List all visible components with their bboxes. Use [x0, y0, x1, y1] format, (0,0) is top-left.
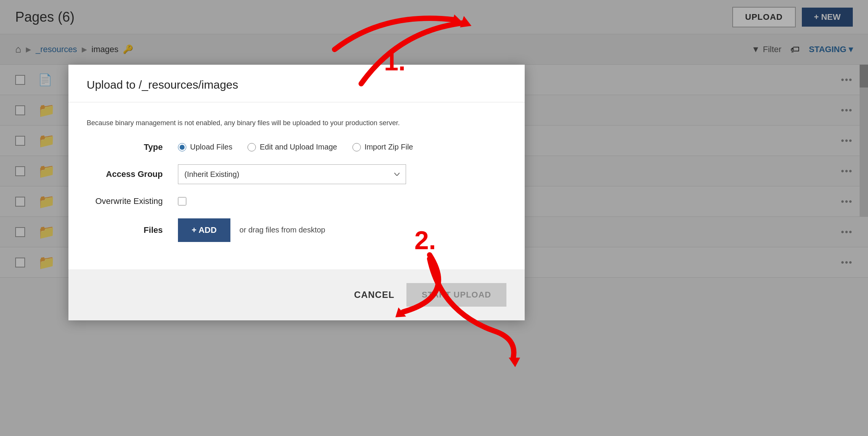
access-group-row: Access Group (Inherit Existing) — [87, 164, 506, 184]
overwrite-label: Overwrite Existing — [87, 196, 163, 206]
access-group-select[interactable]: (Inherit Existing) — [178, 164, 406, 184]
type-row: Type Upload Files Edit and Upload Image … — [87, 142, 506, 152]
drag-text: or drag files from desktop — [240, 226, 325, 234]
modal-header: Upload to /_resources/images — [68, 65, 525, 102]
radio-upload-files-input[interactable] — [178, 143, 186, 151]
files-label: Files — [87, 225, 163, 235]
add-files-button[interactable]: + ADD — [178, 218, 230, 242]
radio-import-zip-label: Import Zip File — [365, 143, 413, 151]
modal-body: Because binary management is not enabled… — [68, 102, 525, 269]
access-group-label: Access Group — [87, 169, 163, 179]
radio-upload-files[interactable]: Upload Files — [178, 143, 232, 151]
info-text: Because binary management is not enabled… — [87, 118, 506, 129]
files-row: Files + ADD or drag files from desktop — [87, 218, 506, 242]
start-upload-button: START UPLOAD — [406, 283, 506, 307]
radio-import-zip[interactable]: Import Zip File — [352, 143, 413, 151]
upload-modal: Upload to /_resources/images Because bin… — [68, 65, 525, 320]
overwrite-checkbox[interactable] — [178, 197, 186, 205]
radio-import-zip-input[interactable] — [352, 143, 361, 151]
radio-edit-upload-label: Edit and Upload Image — [260, 143, 337, 151]
cancel-button[interactable]: CANCEL — [354, 290, 394, 300]
radio-upload-files-label: Upload Files — [190, 143, 232, 151]
radio-edit-upload[interactable]: Edit and Upload Image — [248, 143, 337, 151]
overwrite-row: Overwrite Existing — [87, 196, 506, 206]
modal-footer: CANCEL START UPLOAD — [68, 269, 525, 320]
radio-edit-upload-input[interactable] — [248, 143, 256, 151]
type-radio-group: Upload Files Edit and Upload Image Impor… — [178, 143, 413, 151]
type-label: Type — [87, 142, 163, 152]
modal-title: Upload to /_resources/images — [87, 78, 238, 91]
